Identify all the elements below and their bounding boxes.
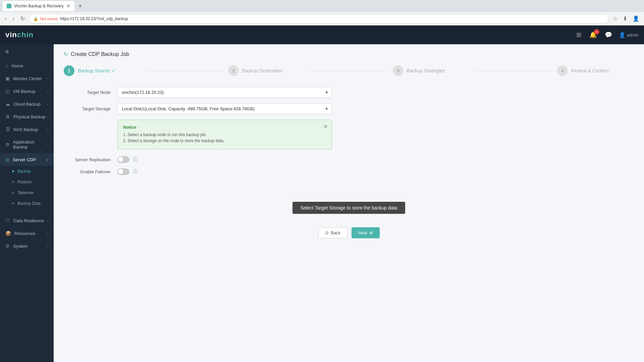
notice-title: Notice [123, 125, 318, 130]
notification-btn[interactable]: 🔔 5 [588, 30, 598, 40]
dot-icon-restore [12, 181, 14, 183]
server-replication-toggle[interactable] [117, 156, 129, 163]
sidebar-label-resilience: Data Resilience [13, 218, 44, 223]
new-tab-btn[interactable]: + [77, 3, 84, 10]
address-bar[interactable]: 🔒 Not secure https://172.18.20.23/?vol_c… [29, 14, 609, 23]
chevron-right-icon-resources: › [47, 232, 48, 235]
sidebar-subitem-takeover[interactable]: Takeover [0, 187, 54, 198]
app-layout: ≡ ⌂ Home ▣ Monitor Center › ◫ VM Backup … [0, 44, 644, 362]
sidebar-subitem-backup[interactable]: Backup [0, 166, 54, 177]
resources-icon: 📦 [5, 231, 11, 236]
user-menu[interactable]: 👤 admin [619, 32, 639, 38]
step-label-text-3: Backup Strategies [407, 68, 445, 73]
target-node-select[interactable]: vinchin(172.18.20.23) [117, 87, 332, 98]
tab-favicon [7, 4, 11, 8]
step-number-3: 3 [397, 68, 399, 73]
back-button[interactable]: ⊙ Back [318, 227, 347, 238]
sidebar-item-system[interactable]: ⚙ System › [0, 240, 54, 252]
enable-failover-info-icon[interactable]: ⓘ [133, 169, 138, 175]
target-storage-select[interactable]: Local Disk1(Local Disk, Capacity :499.75… [117, 103, 332, 114]
step-label-text-1: Backup Source [78, 68, 110, 73]
sidebar-subitem-label-restore: Restore [17, 180, 32, 184]
step-label-2[interactable]: Backup Destination [242, 68, 283, 73]
forward-nav-btn[interactable]: › [10, 14, 16, 23]
step-label-4[interactable]: Review & Confirm [571, 68, 609, 73]
sidebar-label-resources: Resources [14, 231, 35, 236]
notice-close-btn[interactable]: ✕ [323, 123, 328, 130]
sidebar-item-data-resilience[interactable]: 🛡 Data Resilience › [0, 214, 54, 227]
dot-icon-takeover [12, 192, 14, 194]
sidebar-item-physical-backup[interactable]: 🖥 Physical Backup › [0, 110, 54, 123]
enable-failover-wrapper: ⓘ [117, 168, 138, 175]
step-label-3[interactable]: Backup Strategies [407, 68, 445, 73]
target-node-control: vinchin(172.18.20.23) ▼ [117, 87, 332, 98]
step-divider-3-4 [475, 71, 552, 71]
sidebar-label-app: Application Backup [13, 139, 47, 149]
topbar-right: ⊞ 🔔 5 💬 👤 admin [575, 30, 639, 40]
back-nav-btn[interactable]: ‹ [3, 14, 8, 23]
step-divider-1-2 [146, 71, 223, 71]
sidebar-item-server-cdp[interactable]: ◎ Server CDP ∨ [0, 153, 54, 166]
nav-actions: ☆ ⬇ 👤 [611, 14, 641, 23]
next-icon: ⊕ [369, 230, 373, 235]
sidebar-label-vm: VM Backup [13, 89, 35, 94]
sidebar-label-physical: Physical Backup [13, 114, 45, 119]
sidebar-label-home: Home [11, 63, 23, 68]
step-circle-1: 1 [64, 65, 74, 76]
step-label-1[interactable]: Backup Source ✓ [78, 68, 116, 73]
chevron-right-icon-app: › [47, 143, 48, 146]
sidebar-item-vm-backup[interactable]: ◫ VM Backup › [0, 85, 54, 98]
app-icon: ⚙ [5, 142, 10, 147]
sidebar-item-nas-backup[interactable]: 🗄 NAS Backup › [0, 123, 54, 136]
nas-icon: 🗄 [5, 127, 10, 132]
chevron-right-icon-cloud: › [47, 102, 48, 106]
chat-icon-btn[interactable]: 💬 [603, 30, 613, 40]
notice-box: Notice 1. Select a backup node to run th… [117, 120, 332, 149]
sidebar-item-home[interactable]: ⌂ Home [0, 59, 54, 72]
monitor-icon: ▣ [5, 76, 10, 81]
tab-close-btn[interactable]: ✕ [66, 3, 70, 9]
bookmark-btn[interactable]: ☆ [611, 14, 620, 23]
content-wrapper: ↻ Create CDP Backup Job 1 Backup Source … [54, 44, 644, 252]
sidebar-item-cloud-backup[interactable]: ☁ Cloud Backup › [0, 98, 54, 110]
app-topbar: vinchin ⊞ 🔔 5 💬 👤 admin [0, 25, 644, 44]
chevron-right-icon-resilience: › [47, 219, 48, 223]
page-title-text: Create CDP Backup Job [71, 51, 129, 57]
chevron-right-icon-vm: › [47, 89, 48, 93]
sidebar-subitem-restore[interactable]: Restore [0, 177, 54, 187]
target-node-label: Target Node [64, 90, 117, 95]
target-node-select-wrapper: vinchin(172.18.20.23) ▼ [117, 87, 332, 98]
target-storage-row: Target Storage Local Disk1(Local Disk, C… [64, 103, 332, 114]
server-replication-info-icon[interactable]: ⓘ [133, 157, 138, 163]
profile-btn[interactable]: 👤 [631, 14, 641, 23]
sidebar-item-monitor-center[interactable]: ▣ Monitor Center › [0, 72, 54, 85]
home-icon: ⌂ [5, 63, 8, 68]
sidebar-label-monitor: Monitor Center [13, 76, 42, 81]
user-avatar-icon: 👤 [619, 32, 626, 38]
sidebar-item-application-backup[interactable]: ⚙ Application Backup › [0, 136, 54, 153]
security-icon: 🔒 [33, 16, 38, 21]
browser-tab[interactable]: Vinchin Backup & Recovery ✕ [3, 1, 74, 11]
step-circle-2: 2 [228, 65, 239, 76]
server-replication-label: Server Replication [64, 157, 117, 162]
url-display: https://172.18.20.23/?vol_cdp_backup [60, 16, 128, 21]
sidebar: ≡ ⌂ Home ▣ Monitor Center › ◫ VM Backup … [0, 44, 54, 362]
sidebar-subitem-label-backup: Backup [17, 169, 31, 174]
target-storage-control: Local Disk1(Local Disk, Capacity :499.75… [117, 103, 332, 114]
download-btn[interactable]: ⬇ [621, 14, 629, 23]
enable-failover-toggle[interactable] [117, 168, 129, 175]
sidebar-item-resources[interactable]: 📦 Resources › [0, 227, 54, 240]
chevron-right-icon-system: › [47, 244, 48, 248]
main-content: ↻ Create CDP Backup Job 1 Backup Source … [54, 44, 644, 362]
vm-icon: ◫ [5, 88, 10, 94]
target-storage-select-wrapper: Local Disk1(Local Disk, Capacity :499.75… [117, 103, 332, 114]
page-title: ↻ Create CDP Backup Job [64, 51, 634, 57]
sidebar-toggle-btn[interactable]: ≡ [0, 44, 54, 59]
next-button[interactable]: Next ⊕ [352, 227, 380, 238]
resilience-icon: 🛡 [5, 218, 10, 223]
cdp-icon: ◎ [5, 157, 9, 162]
reload-nav-btn[interactable]: ↻ [18, 14, 27, 23]
wizard-step-2: 2 Backup Destination [228, 65, 305, 76]
grid-icon-btn[interactable]: ⊞ [575, 30, 583, 40]
sidebar-subitem-backup-data[interactable]: Backup Data [0, 198, 54, 209]
